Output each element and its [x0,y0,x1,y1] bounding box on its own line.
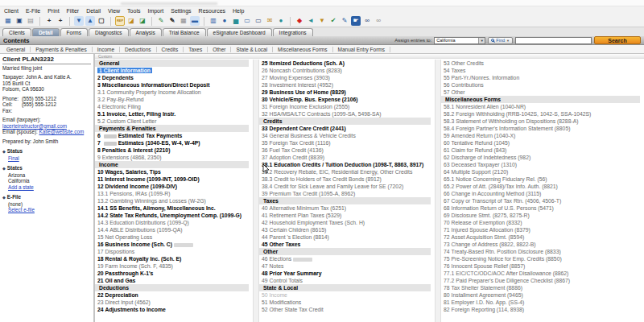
contents-item[interactable]: 53Other Credits [441,60,644,67]
contents-item[interactable]: 10Wages, Salaries, Tips [95,168,253,175]
contents-item[interactable]: 5.1Invoice, Letter, Filing Instr. [95,110,253,118]
contents-item[interactable]: 6Estimated Tax Payments [95,132,253,139]
menu-item[interactable]: Tools [127,8,140,14]
toolbar-icon[interactable]: ▦ [3,16,13,26]
contents-item[interactable]: 82Foreign Reporting (114, 8938) [441,306,644,313]
contents-item[interactable]: 14.4ABLE Distributions (1099-QA) [95,226,253,233]
contents-item[interactable]: 51Modifications [259,299,435,306]
contents-item[interactable]: 81Employer I.D. No. App. (SS-4) [441,299,644,306]
category-tab[interactable]: Miscellaneous Forms [273,47,332,52]
contents-item[interactable]: 75Pre-Screening Notice for Emp. Credits … [441,255,644,262]
toolbar-icon[interactable]: ✎ [156,16,166,26]
category-tab[interactable]: Income [93,47,120,52]
contents-item[interactable]: 70Release of Exemption (8332) [441,219,644,226]
toolbar-icon[interactable]: ▢ [97,16,106,26]
toolbar-icon[interactable]: ▣ [14,16,24,26]
contents-item[interactable]: 21Oil and Gas [95,277,253,284]
menu-item[interactable]: Print [47,8,59,14]
toolbar-icon[interactable]: ▼ [317,16,327,26]
category-tab[interactable]: Credits [157,47,184,52]
contents-item[interactable]: 28Investment Interest (4952) [259,81,435,89]
toolbar-icon[interactable]: ✎ [340,16,349,26]
tab[interactable]: Diagnostics [89,28,129,36]
tab[interactable]: Trial Balance [163,28,206,36]
contents-item[interactable]: 29Business Use of Home (8829) [259,89,435,96]
contents-item[interactable]: 1Client Information [95,67,253,74]
toolbar-icon[interactable]: ✔ [328,16,338,26]
contents-item[interactable]: 13.2Gambling Winnings and Losses (W-2G) [95,197,253,204]
contents-item[interactable]: 14.3Education Distributions (1099-Q) [95,219,253,226]
contents-item[interactable]: 3Miscellaneous Information/Direct Deposi… [95,81,253,89]
contents-item[interactable]: 76Innocent Spouse Relief (8857) [441,262,644,270]
menu-item[interactable]: Client [4,8,19,14]
contents-item[interactable]: 3.1Community Property Income Allocation [95,89,253,96]
toolbar-icon[interactable]: + [44,16,54,26]
contents-item[interactable]: 9Extensions (4868, 2350) [95,154,253,161]
tab[interactable]: Integrations [273,28,313,36]
contents-item[interactable]: 58.4Foreign Partner's Information Statem… [441,125,644,132]
contents-item[interactable]: 71Injured Spouse Allocation (8379) [441,226,644,233]
tab[interactable]: Forms [60,28,88,36]
contents-item[interactable]: 40Alternative Minimum Tax (6251) [259,204,435,212]
contents-item[interactable]: 23Direct Input (4562) [95,299,253,306]
menu-item[interactable]: Resources [199,8,225,14]
contents-item[interactable]: 19Farm Income (Sch. F, 4835) [95,262,253,270]
menu-item[interactable]: Filter [67,8,80,14]
contents-item[interactable]: 58.2Foreign Withholding (RRB-1042S, 1042… [441,110,644,118]
contents-item[interactable]: 38.1Education Credits / Tuition Deductio… [259,161,435,168]
contents-item[interactable]: 7Estimates (1040-ES, W-4, W-4P) [95,139,253,147]
search-input[interactable] [515,37,592,44]
email-spouse-link[interactable]: Katie@website.com [39,129,85,134]
contents-item[interactable]: 60Tentative Refund (1045) [441,139,644,147]
toolbar-icon[interactable]: ▦ [179,16,188,26]
category-tab[interactable]: Other [208,47,231,52]
contents-item[interactable]: 73Change of Address (8822, 8822-B) [441,241,644,248]
contents-item[interactable]: 41Retirement Plan Taxes (5329) [259,212,435,219]
contents-item[interactable]: 45Other Taxes [259,241,435,248]
state-item[interactable]: California [8,178,91,184]
toolbar-icon[interactable]: ∞ [374,16,383,26]
contents-item[interactable]: 69Disclosure Stmt. (8275, 8275-R) [441,212,644,219]
toolbar-icon[interactable]: ▤ [26,16,35,26]
contents-item[interactable]: 58.3Statement of Withholding on Disposit… [441,118,644,125]
contents-item[interactable]: 65.1Notice Concerning Fiduciary Rel. (56… [441,175,644,183]
contents-item[interactable]: 72Asset Acquisition Stmt. (8594) [441,233,644,241]
toolbar-icon[interactable]: ◪ [126,16,136,26]
contents-item[interactable]: 35Foreign Tax Credit (1116) [259,139,435,147]
contents-item[interactable]: 15Net Operating Loss [95,233,253,241]
contents-item[interactable]: 22Depreciation [95,291,253,299]
select-efile-link[interactable]: Select e-file [8,207,35,213]
contents-item[interactable]: 62Discharge of Indebtedness (982) [441,154,644,161]
contents-item[interactable]: 80Installment Agreement (9465) [441,291,644,299]
tab[interactable]: Analysis [130,28,162,36]
toolbar-icon[interactable]: ◪ [138,16,147,26]
state-item[interactable]: Arizona [8,172,91,179]
contents-item[interactable]: 11Interest Income (1099-INT, 1099-OID) [95,175,253,183]
toolbar-icon[interactable]: ✎ [167,16,177,26]
toolbar-icon[interactable]: REP [115,16,125,26]
contents-item[interactable]: 30Vehicle/Emp. Bus. Expense (2106) [259,96,435,103]
contents-item[interactable]: 32HSA/MSA/LTC Contracts (1099-SA, 5498-S… [259,110,435,118]
contents-item[interactable]: 13.1Pensions, IRAs (1099-R) [95,190,253,197]
toolbar-icon[interactable]: ▭ [254,16,263,26]
contents-item[interactable]: 77.1EIC/CTC/ODC/AOC After Disallowance (… [441,270,644,277]
contents-item[interactable]: 68Information Return of U.S. Persons (54… [441,204,644,212]
contents-item[interactable]: 74Treaty-Based Rtn. Position Disclosure … [441,248,644,255]
category-tab[interactable]: State & Local [231,47,273,52]
menu-item[interactable]: Detail [86,8,101,14]
contents-item[interactable]: 65.2Power of Att. (2848)/Tax Info. Auth.… [441,183,644,190]
contents-item[interactable]: 52Other State Tax Credit [259,306,435,313]
contents-item[interactable]: 61Claim for Refund (843) [441,147,644,154]
contents-item[interactable]: 36Fuel Tax Credit (4136) [259,147,435,154]
menu-item[interactable]: Import [147,8,163,14]
category-tab[interactable]: Payments & Penalties [31,47,93,52]
toolbar-icon[interactable]: ✉ [265,16,275,26]
contents-item[interactable]: 49Control Totals [259,277,435,284]
contents-item[interactable]: 12Dividend Income (1099-DIV) [95,183,253,190]
contents-item[interactable]: 39Premium Tax Credit (1095-A, 8962) [259,190,435,197]
contents-item[interactable]: 64Multiple Support (2120) [441,168,644,175]
category-tab[interactable]: General [2,47,31,52]
menu-item[interactable]: View [108,8,120,14]
contents-item[interactable]: 17Dispositions [95,248,253,255]
contents-item[interactable]: 14.2State Tax Refunds, Unemployment Comp… [95,212,253,219]
